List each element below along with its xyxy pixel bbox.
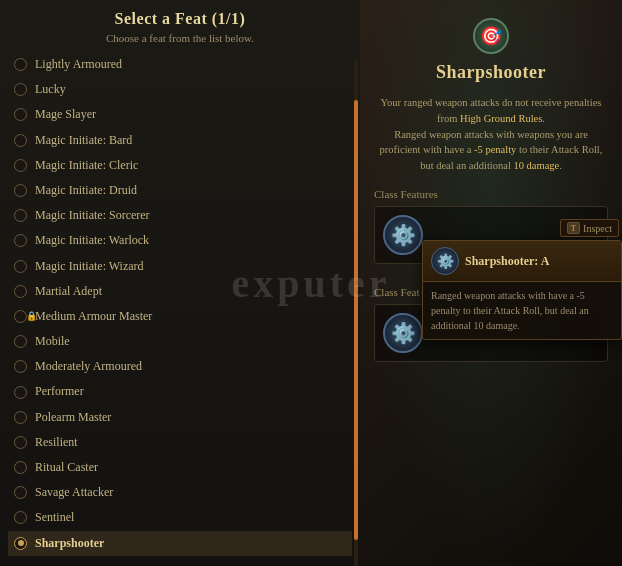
feat-name-magic-initiate-bard: Magic Initiate: Bard — [35, 131, 132, 150]
feat-name-resilient: Resilient — [35, 433, 78, 452]
feat-name-savage-attacker: Savage Attacker — [35, 483, 113, 502]
inspect-label: Inspect — [583, 223, 612, 234]
feat-name-polearm-master: Polearm Master — [35, 408, 111, 427]
feat-item-magic-initiate-druid[interactable]: Magic Initiate: Druid — [8, 178, 352, 203]
feat-name-ritual-caster: Ritual Caster — [35, 458, 98, 477]
feat-item-medium-armour-master[interactable]: 🔒Medium Armour Master — [8, 304, 352, 329]
feat-item-savage-attacker[interactable]: Savage Attacker — [8, 480, 352, 505]
feat-name-magic-initiate-druid: Magic Initiate: Druid — [35, 181, 137, 200]
tooltip-icon-glyph: ⚙️ — [437, 253, 454, 270]
desc-highlight-3: 10 damage — [513, 160, 559, 171]
feat-item-magic-initiate-cleric[interactable]: Magic Initiate: Cleric — [8, 153, 352, 178]
feature-card-2-icon: ⚙️ — [383, 313, 423, 353]
feat-item-mage-slayer[interactable]: Mage Slayer — [8, 102, 352, 127]
radio-performer — [14, 386, 27, 399]
feat-item-resilient[interactable]: Resilient — [8, 430, 352, 455]
feat-name-lightly-armoured: Lightly Armoured — [35, 55, 122, 74]
feat-item-moderately-armoured[interactable]: Moderately Armoured — [8, 354, 352, 379]
radio-lucky — [14, 83, 27, 96]
radio-resilient — [14, 436, 27, 449]
radio-magic-initiate-wizard — [14, 260, 27, 273]
radio-polearm-master — [14, 411, 27, 424]
feat-item-shield-master[interactable]: Shield Master — [8, 556, 352, 558]
feat-name-magic-initiate-wizard: Magic Initiate: Wizard — [35, 257, 144, 276]
desc-highlight-1: High Ground Rules — [460, 113, 542, 124]
feat-name-mobile: Mobile — [35, 332, 70, 351]
feat-name-sharpshooter: Sharpshooter — [35, 534, 104, 553]
scroll-indicator — [354, 60, 358, 566]
inspect-button[interactable]: T Inspect — [560, 219, 619, 237]
feat-item-magic-initiate-wizard[interactable]: Magic Initiate: Wizard — [8, 254, 352, 279]
feat-name-lucky: Lucky — [35, 80, 66, 99]
radio-sentinel — [14, 511, 27, 524]
radio-ritual-caster — [14, 461, 27, 474]
feat-item-magic-initiate-sorcerer[interactable]: Magic Initiate: Sorcerer — [8, 203, 352, 228]
left-panel: Select a Feat (1/1) Choose a feat from t… — [0, 0, 360, 566]
class-features-label: Class Features — [374, 188, 608, 200]
feat-item-martial-adept[interactable]: Martial Adept — [8, 279, 352, 304]
feat-item-sharpshooter[interactable]: Sharpshooter — [8, 531, 352, 556]
tooltip-icon: ⚙️ — [431, 247, 459, 275]
radio-magic-initiate-sorcerer — [14, 209, 27, 222]
radio-sharpshooter — [14, 537, 27, 550]
tooltip-body-text: Ranged weapon attacks with have a -5 pen… — [431, 290, 589, 331]
radio-mobile — [14, 335, 27, 348]
desc-highlight-2: -5 penalty — [474, 144, 516, 155]
radio-inner-sharpshooter — [18, 540, 24, 546]
radio-martial-adept — [14, 285, 27, 298]
radio-moderately-armoured — [14, 360, 27, 373]
tooltip-body: Ranged weapon attacks with have a -5 pen… — [423, 282, 621, 339]
feat-item-mobile[interactable]: Mobile — [8, 329, 352, 354]
feat-item-lightly-armoured[interactable]: Lightly Armoured — [8, 52, 352, 77]
feat-item-lucky[interactable]: Lucky — [8, 77, 352, 102]
feat-name-magic-initiate-warlock: Magic Initiate: Warlock — [35, 231, 149, 250]
tooltip-title: Sharpshooter: A — [465, 254, 549, 269]
feat-item-ritual-caster[interactable]: Ritual Caster — [8, 455, 352, 480]
scroll-thumb — [354, 100, 358, 540]
radio-magic-initiate-bard — [14, 134, 27, 147]
radio-magic-initiate-cleric — [14, 159, 27, 172]
feat-title-right: Sharpshooter — [370, 62, 612, 83]
panel-title: Select a Feat (1/1) — [0, 0, 360, 32]
feat-name-sentinel: Sentinel — [35, 508, 74, 527]
feat-name-performer: Performer — [35, 382, 84, 401]
radio-magic-initiate-warlock — [14, 234, 27, 247]
feat-name-moderately-armoured: Moderately Armoured — [35, 357, 142, 376]
feat-name-medium-armour-master: Medium Armour Master — [35, 307, 152, 326]
radio-magic-initiate-druid — [14, 184, 27, 197]
feat-item-magic-initiate-warlock[interactable]: Magic Initiate: Warlock — [8, 228, 352, 253]
inspect-key: T — [567, 222, 581, 234]
feat-header: 🎯 Sharpshooter — [360, 0, 622, 89]
radio-lightly-armoured — [14, 58, 27, 71]
lock-icon-medium-armour-master: 🔒 — [26, 311, 37, 321]
right-panel: 🎯 Sharpshooter Your ranged weapon attack… — [360, 0, 622, 566]
feat-name-mage-slayer: Mage Slayer — [35, 105, 96, 124]
feature-card-1-icon: ⚙️ — [383, 215, 423, 255]
feat-description: Your ranged weapon attacks do not receiv… — [360, 89, 622, 180]
feat-item-polearm-master[interactable]: Polearm Master — [8, 405, 352, 430]
feature-card-1-glyph: ⚙️ — [391, 223, 416, 247]
radio-mage-slayer — [14, 108, 27, 121]
feat-list[interactable]: Lightly ArmouredLuckyMage SlayerMagic In… — [0, 52, 360, 558]
feat-item-magic-initiate-bard[interactable]: Magic Initiate: Bard — [8, 128, 352, 153]
feat-icon-top: 🎯 — [473, 18, 509, 54]
feat-name-martial-adept: Martial Adept — [35, 282, 102, 301]
feat-item-sentinel[interactable]: Sentinel — [8, 505, 352, 530]
radio-savage-attacker — [14, 486, 27, 499]
feat-item-performer[interactable]: Performer — [8, 379, 352, 404]
tooltip-header: ⚙️ Sharpshooter: A — [423, 241, 621, 282]
feature-card-2-glyph: ⚙️ — [391, 321, 416, 345]
feat-top-icon-glyph: 🎯 — [480, 25, 502, 47]
feat-name-magic-initiate-sorcerer: Magic Initiate: Sorcerer — [35, 206, 150, 225]
panel-subtitle: Choose a feat from the list below. — [0, 32, 360, 52]
tooltip-container: T Inspect ⚙️ Sharpshooter: A Ranged weap… — [422, 240, 622, 340]
feat-name-magic-initiate-cleric: Magic Initiate: Cleric — [35, 156, 138, 175]
